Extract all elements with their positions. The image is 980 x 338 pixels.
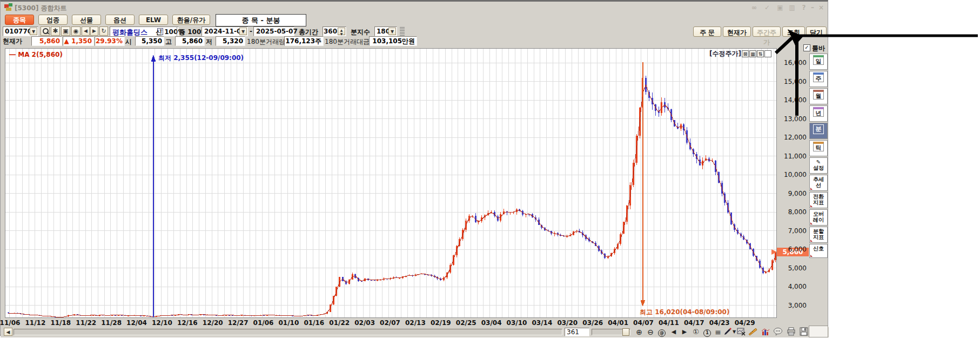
low-value: 5,320 <box>216 36 245 46</box>
indicator-bars-icon[interactable] <box>761 327 772 337</box>
prev-stock-icon[interactable]: ◀ <box>82 26 90 36</box>
empty-tool-box[interactable] <box>764 50 771 57</box>
max-price-annotation: 최고 16,020(04-08/09:00) <box>640 308 729 317</box>
sidebar-button-오버레이[interactable]: 오버레이 <box>809 209 828 226</box>
bar-count-value: 361 <box>567 328 579 336</box>
stock-code-combo[interactable]: 010770 ▼ <box>3 26 38 36</box>
corner-mark-icon <box>810 222 813 224</box>
minute-index-dropdown-icon[interactable]: ▼ <box>388 28 396 35</box>
tab-4[interactable]: 옵션 <box>105 15 135 25</box>
eye-icon[interactable]: ◉ <box>71 26 80 36</box>
line-list-icon[interactable]: ≡ <box>713 327 723 337</box>
chart-edit-icon[interactable] <box>737 327 748 337</box>
chart-scrollbar-track[interactable] <box>14 329 562 335</box>
x-axis-label: 11/18 <box>50 319 71 327</box>
tab-5[interactable]: ELW <box>139 15 168 25</box>
sidebar-button-주[interactable]: 주 <box>809 71 828 87</box>
title-bar: [5300] 종합차트 ∞ ✓ ▣ ▥ ? – × <box>1 2 828 14</box>
popout-icon[interactable]: ▥ <box>787 4 797 11</box>
date-from-dropdown-icon[interactable]: ▼ <box>239 28 247 35</box>
sidebar-button-설정[interactable]: ✎설정 <box>809 157 828 174</box>
x-axis-label: 12/16 <box>177 319 198 327</box>
copy-icon[interactable]: ▣ <box>775 4 785 11</box>
total-period-value: 360 <box>324 28 337 35</box>
low-label: 저 <box>206 37 212 47</box>
step-last-icon[interactable]: ▶ <box>679 327 690 337</box>
next-stock-icon[interactable]: ▶ <box>90 26 98 36</box>
sidebar-button-신호[interactable]: 신호 <box>809 244 828 258</box>
tab-3[interactable]: 선물 <box>72 15 101 25</box>
zoom-out-icon[interactable]: ⊖ <box>645 327 656 337</box>
zoom-in-icon[interactable]: ⊕ <box>634 327 645 337</box>
comment-icon[interactable] <box>773 327 784 337</box>
tab-2[interactable]: 업종 <box>38 15 68 25</box>
sidebar-button-전환지표[interactable]: 전환지표 <box>809 192 828 208</box>
sidebar-button-label: 신호 <box>810 244 827 253</box>
y-axis-label: 9,000 <box>778 190 807 197</box>
x-axis-label: 02/07 <box>379 319 401 327</box>
close-chart-button[interactable]: 닫기 <box>806 26 827 37</box>
query-button[interactable]: 조회 <box>782 26 805 37</box>
zoom-slider-thumb[interactable] <box>622 328 629 336</box>
search-icon[interactable] <box>41 26 50 36</box>
corner-mark-icon <box>810 188 813 190</box>
close-icon[interactable]: × <box>816 4 826 11</box>
y-axis-label: 7,000 <box>778 227 807 235</box>
spinner-icons[interactable]: ▲▼ <box>338 28 345 35</box>
sidebar-button-분할지표[interactable]: 분할지표 <box>809 227 828 243</box>
check-icon[interactable]: ✓ <box>762 4 772 11</box>
sidebar-button-분[interactable]: 분 <box>809 123 828 139</box>
open-value: 5,350 <box>135 36 164 46</box>
scale-one-icon[interactable]: ① <box>690 327 701 337</box>
date-to-box[interactable]: 2025-05-07 <box>253 26 294 36</box>
minute-index-combo[interactable]: 180 ▼ <box>374 26 397 36</box>
weekly-price-button[interactable]: 주간주가 <box>753 26 781 37</box>
order-button[interactable]: 주 문 <box>693 26 721 37</box>
bottom-toolbar: ◀ 361 ⊕ ⊖ @ ◀ ▶ ① 1 ≡ ▼ <box>1 327 829 337</box>
y-axis-label: 3,000 <box>778 302 807 309</box>
tab-1[interactable]: 종목 <box>5 15 34 25</box>
zoom-slider-track[interactable] <box>592 329 630 335</box>
refresh-icon[interactable]: ↻ <box>99 26 108 36</box>
sidebar-button-틱[interactable]: 틱 <box>809 140 828 156</box>
x-axis-label: 03/10 <box>506 319 528 327</box>
candlestick-chart[interactable] <box>5 48 777 318</box>
tab-row: 종목업종선물옵션ELW환율/유가 종 목 - 분봉 <box>1 14 828 26</box>
zoom-all-icon[interactable]: @ <box>656 327 667 337</box>
list-grip-icon[interactable] <box>400 27 405 36</box>
min-price-annotation: 최저 2,355(12-09/09:00) <box>158 54 244 63</box>
bar-count-input[interactable]: 361 <box>565 328 589 336</box>
printer-icon[interactable] <box>787 327 797 337</box>
current-price-button[interactable]: 현재가 <box>723 26 751 37</box>
toolbar-checkbox-label: 툴바 <box>812 44 825 53</box>
x-axis-label: 11/12 <box>24 319 46 327</box>
sort-tool-icon[interactable]: ⇅ <box>757 50 764 57</box>
sidebar-button-일[interactable]: 일 <box>809 54 828 70</box>
x-axis-label: 02/25 <box>455 319 477 327</box>
sidebar-button-추세선[interactable]: 추세선 <box>809 175 828 191</box>
copy-window-icon[interactable]: ▣ <box>61 26 70 36</box>
volume-value: 176,123주 <box>284 36 324 46</box>
step-first-icon[interactable]: ◀ <box>668 327 679 337</box>
tab-6[interactable]: 환율/유가 <box>172 15 210 25</box>
chart-tool-icon[interactable]: ⊠ <box>742 50 749 57</box>
gear-icon[interactable]: ✱ <box>51 26 60 36</box>
total-period-spinner[interactable]: 360 ▲▼ <box>323 26 346 36</box>
toolbar-checkbox[interactable]: ✓ <box>803 44 810 51</box>
stock-code-value: 010770 <box>5 28 32 35</box>
zoom-number-icon[interactable]: 1 <box>702 327 713 337</box>
x-axis-label: 02/19 <box>430 319 452 327</box>
x-axis-label: 12/10 <box>151 319 173 327</box>
measure-pen-icon[interactable] <box>748 327 759 337</box>
date-from-combo[interactable]: 2024-11-05 ▼ <box>202 26 248 36</box>
app-window: [5300] 종합차트 ∞ ✓ ▣ ▥ ? – × 종목업종선물옵션ELW환율/… <box>0 0 828 336</box>
sidebar-button-label: ✎설정 <box>810 158 827 172</box>
scroll-left-icon[interactable]: ◀ <box>4 328 12 336</box>
dropdown-icon[interactable]: ▼ <box>731 327 737 337</box>
link-icon[interactable]: ∞ <box>749 4 759 11</box>
window-tool-icon[interactable]: ▦ <box>749 50 756 57</box>
x-axis-label: 03/26 <box>582 319 603 327</box>
stock-code-dropdown-icon[interactable]: ▼ <box>30 28 37 35</box>
sidebar-button-년[interactable]: 년 <box>809 105 828 122</box>
sidebar-button-월[interactable]: 월 <box>809 88 828 104</box>
